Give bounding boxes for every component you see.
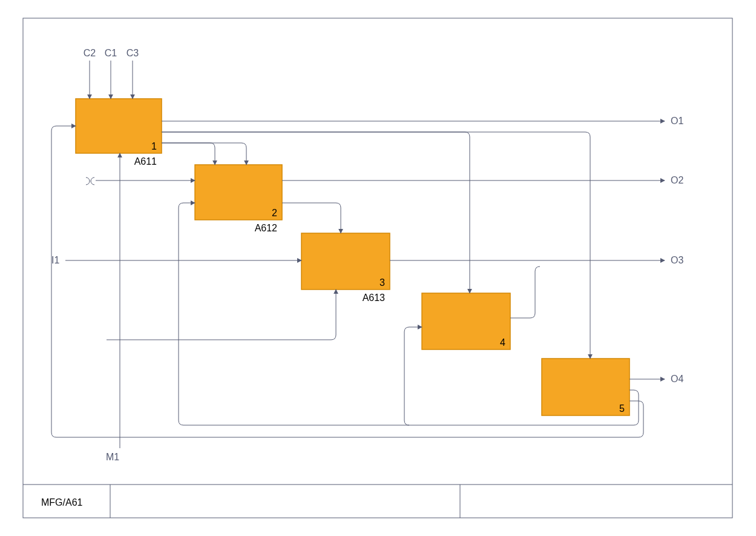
box-number: 2 [272,208,277,218]
box-number: 5 [619,403,625,414]
svg-rect-3 [422,293,510,349]
box-number: 4 [500,337,505,348]
arrow-box1-to-box2-ctrl-b [162,143,246,165]
idef0-diagram: MFG/A61 1 A611 2 A612 3 A613 4 5 C2 C1 C… [0,0,756,536]
output-o4: O4 [629,374,683,384]
svg-rect-0 [76,99,162,153]
control-c3: C3 [127,48,139,99]
svg-rect-1 [195,165,282,220]
arrow-box1-to-box2-ctrl-a [162,143,215,165]
output-label: O2 [671,175,683,185]
output-label: O3 [671,255,683,265]
output-o3: O3 [390,255,683,265]
svg-rect-2 [301,233,390,290]
control-label: C2 [84,48,96,58]
arrow-to-box3-mechanism [107,290,336,340]
activity-box-4: 4 [422,293,510,349]
tunnel-input-box2 [86,177,195,185]
mechanism-label: M1 [106,452,119,462]
output-o1: O1 [162,116,683,126]
activity-box-2: 2 A612 [195,165,282,233]
input-i1: I1 [51,255,301,265]
svg-rect-4 [542,359,629,415]
box-number: 3 [380,277,385,288]
arrow-feedback-to-box4 [404,327,422,425]
control-label: C3 [127,48,139,58]
box-code: A612 [255,223,277,233]
control-c2: C2 [84,48,96,99]
output-label: O1 [671,116,683,126]
activity-box-1: 1 A611 [76,99,162,167]
mechanism-m1: M1 [106,153,120,462]
arrow-box4-to-o3-join [510,266,540,318]
box-code: A611 [134,156,157,167]
activity-box-3: 3 A613 [301,233,390,303]
output-label: O4 [671,374,683,384]
diagram-title: MFG/A61 [41,497,83,508]
box-code: A613 [363,293,385,303]
input-label: I1 [51,255,59,265]
output-o2: O2 [282,175,683,185]
control-label: C1 [105,48,117,58]
control-c1: C1 [105,48,117,99]
activity-box-5: 5 [542,359,629,415]
arrow-box2-to-box3-control [282,203,341,233]
box-number: 1 [151,141,157,151]
